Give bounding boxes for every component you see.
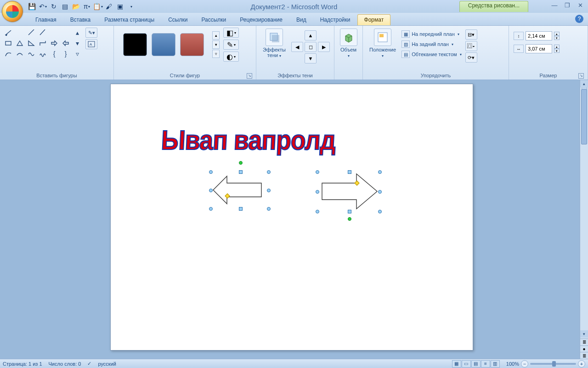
shape-rect-icon[interactable] (49, 28, 60, 38)
shape-scribble-icon[interactable] (37, 49, 48, 59)
height-input[interactable] (526, 31, 552, 40)
shapes-gallery[interactable]: A ▴ ▾ { } ▿ (3, 28, 83, 59)
open-icon[interactable]: 📂 (71, 1, 81, 12)
help-icon[interactable]: ? (575, 15, 583, 23)
align-button[interactable]: ⊟▾ (465, 29, 477, 40)
shape-textbox-icon[interactable]: A (14, 28, 25, 38)
save-icon[interactable]: 💾 (27, 1, 37, 12)
width-up[interactable]: ▴ (554, 45, 560, 49)
width-down[interactable]: ▾ (554, 49, 560, 53)
shape-rbrace-icon[interactable]: } (60, 49, 71, 59)
styles-scroll-down-icon[interactable]: ▾ (212, 40, 220, 49)
bring-front-button[interactable]: ▦На передний план▾ (400, 29, 464, 39)
shadow-effects-button[interactable]: Эффекты тени ▾ (259, 28, 289, 66)
textbox-draw-icon[interactable]: A (85, 39, 97, 49)
minimize-button[interactable]: — (549, 1, 560, 9)
send-back-button[interactable]: ▧На задний план▾ (400, 40, 464, 49)
shadow-left-icon[interactable]: ◀ (291, 42, 303, 52)
view-read-icon[interactable]: ▭ (462, 360, 471, 368)
group-button[interactable]: ⿴▾ (465, 41, 477, 51)
shape-curve1-icon[interactable] (3, 49, 14, 59)
shape-oval-icon[interactable] (60, 28, 71, 38)
tab-format[interactable]: Формат (357, 14, 391, 25)
shadow-toggle-icon[interactable]: ◻ (305, 42, 317, 52)
new-doc-icon[interactable]: ▤ (60, 1, 70, 12)
shape-right-arrow[interactable] (317, 165, 382, 220)
wordart-text[interactable]: Ывап вапролд (160, 124, 336, 155)
shape-outline-button[interactable]: ✎▾ (223, 40, 239, 50)
shape-left-arrow[interactable] (211, 165, 271, 215)
style-red[interactable] (180, 33, 204, 56)
page[interactable]: Ывап вапролд (110, 84, 473, 351)
shadow-down-icon[interactable]: ▼ (305, 53, 317, 63)
tab-references[interactable]: Ссылки (161, 14, 194, 25)
status-page[interactable]: Страница: 1 из 1 (3, 361, 42, 367)
document-workspace[interactable]: Ывап вапролд (0, 80, 588, 359)
tab-addins[interactable]: Надстройки (313, 14, 357, 25)
height-down[interactable]: ▾ (554, 36, 560, 40)
rotate-button[interactable]: ⟳▾ (465, 52, 477, 63)
shape-line-icon[interactable] (3, 28, 14, 38)
shape-wave-icon[interactable] (26, 49, 37, 59)
browse-object-icon[interactable]: ● (580, 345, 588, 352)
text-wrap-button[interactable]: ▤Обтекание текстом▾ (400, 50, 464, 59)
width-input[interactable] (526, 44, 552, 53)
shadow-up-icon[interactable]: ▲ (305, 30, 317, 40)
scroll-up-icon[interactable]: ▴ (580, 80, 588, 87)
scroll-down-icon[interactable]: ▾ (580, 330, 588, 338)
shape-roundrect-icon[interactable] (3, 38, 14, 48)
shape-triangle-icon[interactable] (14, 38, 25, 48)
shape-rtriangle-icon[interactable] (26, 38, 37, 48)
shape-arrow-icon[interactable] (37, 28, 48, 38)
shape-rightarrow-icon[interactable] (49, 38, 60, 48)
tab-home[interactable]: Главная (28, 14, 63, 25)
style-gallery[interactable] (117, 29, 210, 60)
shape-lbrace-icon[interactable]: { (49, 49, 60, 59)
edit-shape-icon[interactable]: ✎▾ (85, 28, 97, 38)
format-painter-icon[interactable]: 🖌 (104, 1, 114, 12)
view-outline-icon[interactable]: ≡ (481, 360, 490, 368)
qat-customize-icon[interactable] (126, 1, 136, 12)
undo-icon[interactable]: ↶ (38, 1, 48, 12)
next-page-icon[interactable]: ≣ (580, 352, 588, 359)
redo-icon[interactable]: ↻ (49, 1, 59, 12)
style-blue[interactable] (152, 33, 175, 56)
close-button[interactable]: ✕ (575, 1, 585, 9)
size-launcher[interactable]: ↘ (578, 73, 584, 79)
shape-line2-icon[interactable] (26, 28, 37, 38)
style-black[interactable] (123, 33, 147, 56)
equation-icon[interactable]: π (82, 1, 92, 12)
tab-mailings[interactable]: Рассылки (194, 14, 233, 25)
height-up[interactable]: ▴ (554, 32, 560, 36)
threeD-button[interactable]: Объем▾ (337, 28, 360, 60)
status-words[interactable]: Число слов: 0 (49, 361, 81, 367)
zoom-value[interactable]: 100% (506, 361, 519, 367)
zoom-slider[interactable] (530, 363, 576, 365)
tab-view[interactable]: Вид (289, 14, 313, 25)
tab-layout[interactable]: Разметка страницы (97, 14, 161, 25)
shapes-more-icon[interactable]: ▿ (72, 49, 83, 59)
paste-icon[interactable]: 📋 (93, 1, 103, 12)
view-draft-icon[interactable]: ▥ (491, 360, 500, 368)
view-print-icon[interactable]: ▦ (452, 360, 461, 368)
change-shape-button[interactable]: ◐▾ (223, 52, 239, 62)
shapes-scroll-down-icon[interactable]: ▾ (72, 38, 83, 48)
styles-scroll-up-icon[interactable]: ▴ (212, 31, 220, 40)
tab-insert[interactable]: Вставка (63, 14, 98, 25)
shape-curve2-icon[interactable] (14, 49, 25, 59)
scroll-thumb[interactable] (581, 89, 587, 144)
vertical-scrollbar[interactable]: ▴ ▾ ≣ ● ≣ (580, 80, 588, 359)
shape-leftarrow-icon[interactable] (60, 38, 71, 48)
tab-review[interactable]: Рецензирование (233, 14, 289, 25)
styles-more-icon[interactable]: ▿ (212, 50, 220, 58)
office-button[interactable] (2, 1, 23, 22)
view-web-icon[interactable]: ▤ (471, 360, 481, 368)
zoom-out-icon[interactable]: − (521, 360, 528, 368)
position-button[interactable]: Положение▾ (366, 28, 400, 63)
shapes-scroll-up-icon[interactable]: ▴ (72, 28, 83, 38)
shape-styles-launcher[interactable]: ↘ (247, 73, 252, 79)
shape-elbow-icon[interactable] (37, 38, 48, 48)
zoom-in-icon[interactable]: + (578, 360, 585, 368)
shadow-right-icon[interactable]: ▶ (318, 42, 330, 52)
prev-page-icon[interactable]: ≣ (580, 339, 588, 345)
